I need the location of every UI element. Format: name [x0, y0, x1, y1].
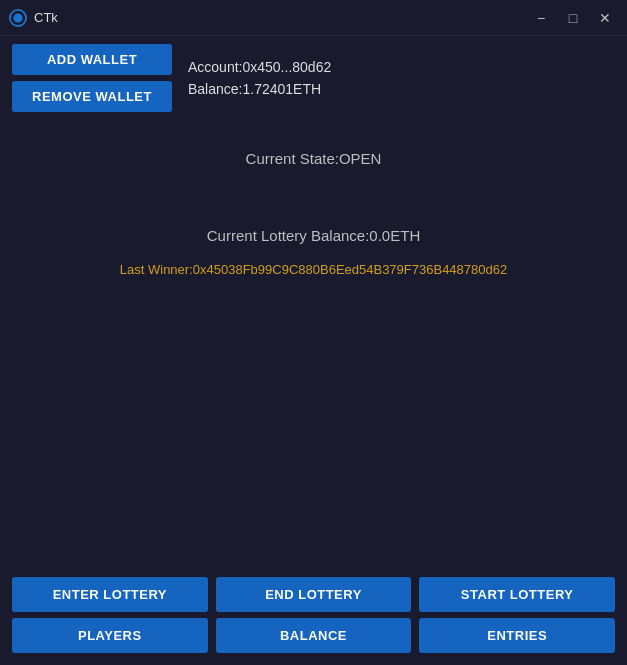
app-title: CTk — [34, 10, 527, 25]
wallet-buttons: ADD WALLET REMOVE WALLET — [12, 44, 172, 112]
state-section: Current State:OPEN — [0, 120, 627, 187]
end-lottery-button[interactable]: END LOTTERY — [216, 577, 412, 612]
wallet-info: Account:0x450...80d62 Balance:1.72401ETH — [184, 44, 331, 112]
players-button[interactable]: PLAYERS — [12, 618, 208, 653]
lottery-balance: Current Lottery Balance:0.0ETH — [207, 227, 420, 244]
minimize-button[interactable]: − — [527, 7, 555, 29]
top-section: ADD WALLET REMOVE WALLET Account:0x450..… — [0, 36, 627, 120]
current-state: Current State:OPEN — [246, 150, 382, 167]
entries-button[interactable]: ENTRIES — [419, 618, 615, 653]
app-icon — [8, 8, 28, 28]
enter-lottery-button[interactable]: ENTER LOTTERY — [12, 577, 208, 612]
add-wallet-button[interactable]: ADD WALLET — [12, 44, 172, 75]
bottom-row-2: PLAYERS BALANCE ENTRIES — [12, 618, 615, 653]
window-controls: − □ ✕ — [527, 7, 619, 29]
main-content: ADD WALLET REMOVE WALLET Account:0x450..… — [0, 36, 627, 665]
title-bar: CTk − □ ✕ — [0, 0, 627, 36]
balance-display: Balance:1.72401ETH — [188, 81, 331, 97]
balance-button[interactable]: BALANCE — [216, 618, 412, 653]
svg-point-1 — [14, 13, 23, 22]
lottery-section: Current Lottery Balance:0.0ETH Last Winn… — [0, 187, 627, 569]
bottom-row-1: ENTER LOTTERY END LOTTERY START LOTTERY — [12, 577, 615, 612]
bottom-section: ENTER LOTTERY END LOTTERY START LOTTERY … — [0, 569, 627, 665]
maximize-button[interactable]: □ — [559, 7, 587, 29]
start-lottery-button[interactable]: START LOTTERY — [419, 577, 615, 612]
account-display: Account:0x450...80d62 — [188, 59, 331, 75]
close-button[interactable]: ✕ — [591, 7, 619, 29]
last-winner: Last Winner:0x45038Fb99C9C880B6Eed54B379… — [120, 262, 507, 277]
remove-wallet-button[interactable]: REMOVE WALLET — [12, 81, 172, 112]
